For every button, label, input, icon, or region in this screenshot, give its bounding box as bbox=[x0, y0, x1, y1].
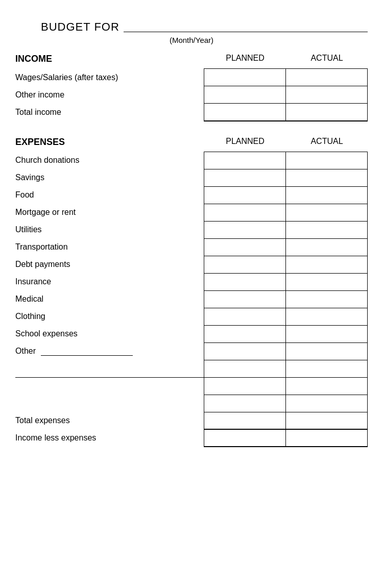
other-label: Other bbox=[15, 342, 204, 360]
debt-payments-label: Debt payments bbox=[15, 256, 204, 273]
income-less-expenses-row: Income less expenses bbox=[15, 429, 368, 447]
table-row: Food bbox=[15, 186, 368, 204]
blank-row-1 bbox=[15, 360, 368, 377]
table-row: Insurance bbox=[15, 273, 368, 290]
table-row: Clothing bbox=[15, 308, 368, 325]
month-year: (Month/Year) bbox=[15, 36, 368, 44]
transportation-label: Transportation bbox=[15, 238, 204, 256]
page: BUDGET FOR (Month/Year) INCOME PLANNED A… bbox=[0, 0, 383, 588]
table-row: Utilities bbox=[15, 221, 368, 238]
budget-for-label: BUDGET FOR bbox=[41, 20, 119, 34]
total-expenses-planned[interactable] bbox=[204, 412, 286, 429]
church-donations-planned[interactable] bbox=[204, 152, 286, 169]
blank-actual-2[interactable] bbox=[286, 377, 368, 395]
savings-label: Savings bbox=[15, 169, 204, 186]
medical-planned[interactable] bbox=[204, 290, 286, 308]
title-row: BUDGET FOR bbox=[15, 20, 368, 34]
blank-planned-3[interactable] bbox=[204, 395, 286, 412]
savings-actual[interactable] bbox=[286, 169, 368, 186]
medical-label: Medical bbox=[15, 290, 204, 308]
income-less-expenses-planned[interactable] bbox=[204, 429, 286, 447]
wages-planned-cell[interactable] bbox=[204, 69, 286, 86]
table-row: Mortgage or rent bbox=[15, 204, 368, 221]
insurance-planned[interactable] bbox=[204, 273, 286, 290]
clothing-planned[interactable] bbox=[204, 308, 286, 325]
table-row: Other bbox=[15, 342, 368, 360]
clothing-label: Clothing bbox=[15, 308, 204, 325]
total-expenses-row: Total expenses bbox=[15, 412, 368, 429]
blank-label-3 bbox=[15, 395, 204, 412]
insurance-label: Insurance bbox=[15, 273, 204, 290]
utilities-label: Utilities bbox=[15, 221, 204, 238]
mortgage-label: Mortgage or rent bbox=[15, 204, 204, 221]
table-row: Church donations bbox=[15, 152, 368, 169]
blank-row-2 bbox=[15, 377, 368, 395]
blank-planned-2[interactable] bbox=[204, 377, 286, 395]
table-row: Debt payments bbox=[15, 256, 368, 273]
expenses-section-header: EXPENSES PLANNED ACTUAL bbox=[15, 137, 368, 148]
blank-actual-3[interactable] bbox=[286, 395, 368, 412]
income-section-header: INCOME PLANNED ACTUAL bbox=[15, 54, 368, 64]
utilities-planned[interactable] bbox=[204, 221, 286, 238]
debt-payments-planned[interactable] bbox=[204, 256, 286, 273]
expenses-planned-header: PLANNED bbox=[204, 137, 286, 148]
table-row: Savings bbox=[15, 169, 368, 186]
mortgage-actual[interactable] bbox=[286, 204, 368, 221]
wages-label: Wages/Salaries (after taxes) bbox=[15, 69, 204, 86]
expenses-table: Church donations Savings Food bbox=[15, 152, 368, 448]
table-row: Total income bbox=[15, 104, 368, 121]
savings-planned[interactable] bbox=[204, 169, 286, 186]
church-donations-actual[interactable] bbox=[286, 152, 368, 169]
expenses-label: EXPENSES bbox=[15, 137, 204, 148]
table-row: Transportation bbox=[15, 238, 368, 256]
insurance-actual[interactable] bbox=[286, 273, 368, 290]
other-income-planned-cell[interactable] bbox=[204, 86, 286, 104]
church-donations-label: Church donations bbox=[15, 152, 204, 169]
food-actual[interactable] bbox=[286, 186, 368, 204]
income-table: Wages/Salaries (after taxes) Other incom… bbox=[15, 68, 368, 121]
school-expenses-actual[interactable] bbox=[286, 325, 368, 342]
other-income-actual-cell[interactable] bbox=[286, 86, 368, 104]
table-row: Other income bbox=[15, 86, 368, 104]
medical-actual[interactable] bbox=[286, 290, 368, 308]
table-row: Wages/Salaries (after taxes) bbox=[15, 69, 368, 86]
total-expenses-actual[interactable] bbox=[286, 412, 368, 429]
school-expenses-label: School expenses bbox=[15, 325, 204, 342]
transportation-actual[interactable] bbox=[286, 238, 368, 256]
transportation-planned[interactable] bbox=[204, 238, 286, 256]
income-label: INCOME bbox=[15, 54, 204, 64]
expenses-actual-header: ACTUAL bbox=[286, 137, 368, 148]
blank-label-2 bbox=[15, 377, 204, 395]
income-actual-header: ACTUAL bbox=[286, 54, 368, 64]
other-actual[interactable] bbox=[286, 342, 368, 360]
food-planned[interactable] bbox=[204, 186, 286, 204]
total-income-label: Total income bbox=[15, 104, 204, 121]
table-row: School expenses bbox=[15, 325, 368, 342]
income-planned-header: PLANNED bbox=[204, 54, 286, 64]
blank-label-1 bbox=[15, 360, 204, 377]
income-less-expenses-label: Income less expenses bbox=[15, 429, 204, 447]
blank-row-3 bbox=[15, 395, 368, 412]
table-row: Medical bbox=[15, 290, 368, 308]
income-less-expenses-actual[interactable] bbox=[286, 429, 368, 447]
food-label: Food bbox=[15, 186, 204, 204]
school-expenses-planned[interactable] bbox=[204, 325, 286, 342]
utilities-actual[interactable] bbox=[286, 221, 368, 238]
blank-planned-1[interactable] bbox=[204, 360, 286, 377]
mortgage-planned[interactable] bbox=[204, 204, 286, 221]
total-income-planned-cell[interactable] bbox=[204, 104, 286, 121]
wages-actual-cell[interactable] bbox=[286, 69, 368, 86]
clothing-actual[interactable] bbox=[286, 308, 368, 325]
title-underline bbox=[124, 32, 368, 32]
other-underline bbox=[41, 355, 133, 356]
total-income-actual-cell[interactable] bbox=[286, 104, 368, 121]
other-income-label: Other income bbox=[15, 86, 204, 104]
debt-payments-actual[interactable] bbox=[286, 256, 368, 273]
blank-actual-1[interactable] bbox=[286, 360, 368, 377]
other-planned[interactable] bbox=[204, 342, 286, 360]
total-expenses-label: Total expenses bbox=[15, 412, 204, 429]
